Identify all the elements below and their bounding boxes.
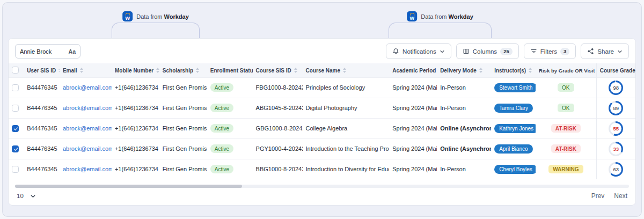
email-link[interactable]: abrock@email.com <box>63 125 112 132</box>
sort-icon[interactable] <box>58 68 60 73</box>
select-all-checkbox[interactable] <box>12 67 19 74</box>
workday-logo-icon: w <box>122 11 133 21</box>
table-container: User SIS IDEmailMobile NumberScholarship… <box>9 63 635 184</box>
email-link[interactable]: abrock@email.com <box>63 166 112 172</box>
cell-course_grade: 63 <box>596 159 635 179</box>
sort-icon[interactable] <box>156 68 159 73</box>
workday-annotation-band: w Data from Workday w Data from Workday <box>3 3 641 38</box>
sort-icon[interactable] <box>529 68 532 73</box>
cell-scholarship: First Gen Promise <box>159 77 207 98</box>
filters-label: Filters <box>540 48 557 55</box>
course-grade-ring: 55 <box>609 121 623 136</box>
sort-icon[interactable] <box>294 68 297 73</box>
risk-badge: OK <box>558 104 574 112</box>
sort-asc-arrow <box>80 68 83 70</box>
sort-icon[interactable] <box>343 68 346 73</box>
page-size-selector[interactable]: 10 <box>17 193 36 199</box>
toolbar-buttons: Notifications Columns 25 Filters 3 Share <box>386 43 629 59</box>
columns-label: Columns <box>473 48 497 55</box>
sort-desc-arrow <box>529 71 532 73</box>
cell-course_grade: 98 <box>596 77 635 98</box>
col-header-label: Course SIS ID <box>256 68 291 74</box>
cell-academic_period: Spring 2024 (Main) <box>389 138 437 159</box>
sort-icon[interactable] <box>479 68 482 73</box>
chevron-down-icon <box>30 193 36 199</box>
course-grade-value: 55 <box>610 123 621 134</box>
col-header-mobile[interactable]: Mobile Number <box>112 63 159 77</box>
col-header-label: Academic Period <box>392 68 436 74</box>
sort-icon[interactable] <box>80 68 83 73</box>
cell-instructors: Stewart Smith <box>491 77 536 98</box>
cell-academic_period: Spring 2024 (Main) <box>389 118 437 138</box>
workday-source-label: w Data from Workday <box>122 11 189 21</box>
row-select-cell <box>9 159 24 179</box>
cell-scholarship: First Gen Promise <box>159 138 207 159</box>
col-header-enrollment_status[interactable]: Enrollment Status <box>207 63 253 77</box>
columns-count-badge: 25 <box>500 48 513 55</box>
cell-instructors: Kathryn Jones <box>491 118 536 138</box>
row-checkbox[interactable] <box>12 145 19 152</box>
search-input[interactable] <box>20 48 63 55</box>
share-button[interactable]: Share <box>581 43 629 59</box>
match-case-toggle[interactable]: Aa <box>69 48 76 55</box>
cell-user_sis_id: B44476345 <box>24 159 60 179</box>
cell-course_sis_id: FBG1000-8-202421 <box>253 77 303 98</box>
risk-badge: OK <box>558 83 574 92</box>
filters-button[interactable]: Filters 3 <box>524 43 576 59</box>
col-header-course_name[interactable]: Course Name <box>303 63 390 77</box>
filter-icon <box>530 48 537 55</box>
instructor-pill[interactable]: Stewart Smith <box>494 83 536 92</box>
cell-academic_period: Spring 2024 (Main) <box>389 77 437 98</box>
cell-academic_period: Spring 2024 (Main) <box>389 159 437 179</box>
cell-course_sis_id: ABG1045-8-202421 <box>253 98 303 118</box>
course-grade-ring: 89 <box>609 101 623 115</box>
table-row: B44476345abrock@email.com+1(646)1236734F… <box>9 159 635 179</box>
row-checkbox[interactable] <box>12 105 19 112</box>
next-page-button[interactable]: Next <box>614 192 627 200</box>
instructor-pill[interactable]: Kathryn Jones <box>494 124 536 133</box>
email-link[interactable]: abrock@email.com <box>63 105 112 111</box>
row-checkbox[interactable] <box>12 166 19 173</box>
col-header-academic_period[interactable]: Academic Period <box>389 63 437 77</box>
row-checkbox[interactable] <box>12 84 19 91</box>
cell-risk: AT-RISK <box>536 118 596 138</box>
row-checkbox[interactable] <box>12 125 19 132</box>
bell-icon <box>392 48 399 55</box>
email-link[interactable]: abrock@email.com <box>63 145 112 152</box>
col-header-course_sis_id[interactable]: Course SIS ID <box>253 63 303 77</box>
row-select-cell <box>9 118 24 138</box>
chevron-down-icon <box>440 49 445 54</box>
page-background: w Data from Workday w Data from Workday … <box>2 2 642 217</box>
instructor-pill[interactable]: Tamra Clary <box>494 104 533 113</box>
email-link[interactable]: abrock@email.com <box>63 84 112 91</box>
instructor-pill[interactable]: April Bianco <box>494 144 532 154</box>
notifications-label: Notifications <box>402 48 436 55</box>
data-table-card: Aa Notifications Columns 25 Filters 3 <box>8 38 636 206</box>
col-header-scholarship[interactable]: Scholarship <box>159 63 207 77</box>
col-header-email[interactable]: Email <box>60 63 112 77</box>
workday-source-text: Data from Workday <box>421 13 473 20</box>
col-header-label: Delivery Mode <box>440 68 477 74</box>
sort-icon[interactable] <box>196 68 199 73</box>
sort-desc-arrow <box>479 71 482 73</box>
horizontal-scrollbar-thumb[interactable] <box>15 185 242 188</box>
enrollment-status-badge: Active <box>210 104 233 112</box>
prev-page-button[interactable]: Prev <box>591 192 605 200</box>
cell-course_sis_id: GBG1000-8-202421 <box>253 118 303 138</box>
risk-badge: WARNING <box>548 165 583 173</box>
cell-course_name: Introduction to the Teaching Profession <box>303 138 390 159</box>
cell-delivery_mode: Online (Asynchronous) <box>437 138 491 159</box>
col-header-delivery_mode[interactable]: Delivery Mode <box>437 63 491 77</box>
horizontal-scrollbar-track[interactable] <box>15 185 629 188</box>
instructor-pill[interactable]: Cheryl Boyles <box>494 165 536 174</box>
notifications-button[interactable]: Notifications <box>386 43 451 59</box>
col-header-instructors[interactable]: Instructor(s) <box>491 63 536 77</box>
col-header-risk[interactable]: Risk by Grade OR Visit & Time <box>536 63 596 77</box>
cell-mobile: +1(646)1236734 <box>112 118 159 138</box>
cell-email: abrock@email.com <box>60 159 112 179</box>
sort-asc-arrow <box>529 68 532 70</box>
course-grade-ring: 98 <box>609 81 623 95</box>
table-body: B44476345abrock@email.com+1(646)1236734F… <box>9 77 635 179</box>
columns-button[interactable]: Columns 25 <box>456 43 519 59</box>
col-header-user_sis_id[interactable]: User SIS ID <box>24 63 60 77</box>
